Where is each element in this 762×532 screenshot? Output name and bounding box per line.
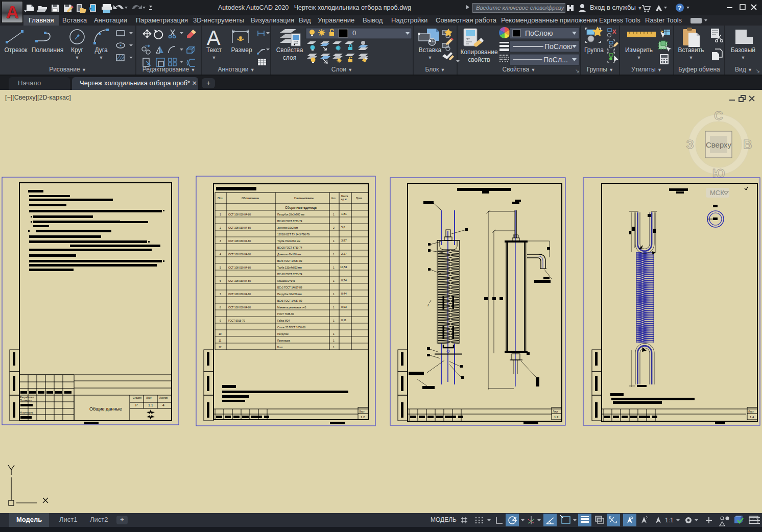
svg-text:Общие данные: Общие данные <box>89 406 122 412</box>
svg-text:A: A <box>207 27 221 49</box>
svg-text:ВСт3 ГОСТ 14637-89: ВСт3 ГОСТ 14637-89 <box>277 259 302 262</box>
svg-text:ВСт20 ГОСТ 8733-74: ВСт20 ГОСТ 8733-74 <box>277 246 302 249</box>
svg-text:2: 2 <box>333 226 335 229</box>
svg-text:1: 1 <box>333 239 335 243</box>
svg-text:4: 4 <box>220 253 221 256</box>
svg-text:Проверил: Проверил <box>20 399 32 402</box>
svg-text:Прим.: Прим. <box>356 197 363 200</box>
svg-text:Болт: Болт <box>277 346 283 349</box>
svg-text:ОСТ 108 030 04-80: ОСТ 108 030 04-80 <box>228 253 251 256</box>
svg-text:1.4: 1.4 <box>750 416 754 419</box>
svg-text:0,44: 0,44 <box>341 292 347 295</box>
svg-text:12Х18Н12Т ТУ 14-3-796-79: 12Х18Н12Т ТУ 14-3-796-79 <box>277 233 309 236</box>
svg-text:Гайка М24: Гайка М24 <box>277 319 290 322</box>
svg-text:1.3: 1.3 <box>554 416 559 419</box>
svg-text:Труба 70х3х760 мм: Труба 70х3х760 мм <box>277 239 300 243</box>
svg-text:В: В <box>743 137 752 151</box>
svg-text:ВСт20 ГОСТ 8733-74: ВСт20 ГОСТ 8733-74 <box>277 220 302 223</box>
svg-text:Сверху: Сверху <box>706 140 732 149</box>
svg-text:1.1: 1.1 <box>148 403 153 407</box>
svg-text:7: 7 <box>220 293 221 296</box>
svg-text:0: 0 <box>352 29 356 37</box>
svg-text:Прокладка: Прокладка <box>277 339 290 342</box>
svg-text:Масса: Масса <box>341 195 348 198</box>
svg-text:Патрубок 28х3х980 мм: Патрубок 28х3х980 мм <box>277 213 305 216</box>
svg-text:5: 5 <box>220 266 221 269</box>
svg-text:1: 1 <box>333 346 335 349</box>
svg-text:ОСТ 108 030 04-80: ОСТ 108 030 04-80 <box>228 226 251 229</box>
svg-text:ГОСТ 7338-90: ГОСТ 7338-90 <box>277 312 294 316</box>
svg-text:12: 12 <box>219 346 222 349</box>
svg-text:0,03: 0,03 <box>341 305 347 308</box>
svg-text:ПоСлою: ПоСлою <box>544 42 573 51</box>
svg-text:ВСт20 ГОСТ 8733-74: ВСт20 ГОСТ 8733-74 <box>277 273 302 276</box>
svg-text:10: 10 <box>219 332 222 335</box>
svg-text:ОСТ 108 030 04-80: ОСТ 108 030 04-80 <box>228 293 251 296</box>
svg-text:1: 1 <box>333 306 335 309</box>
svg-text:Наименование: Наименование <box>294 197 314 200</box>
svg-text:1: 1 <box>333 293 335 296</box>
svg-text:З: З <box>686 137 694 151</box>
svg-text:ОСТ 108 030 04-80: ОСТ 108 030 04-80 <box>228 306 251 309</box>
svg-text:Донышко D=160 мм: Донышко D=160 мм <box>277 253 301 256</box>
svg-text:Сборочные единицы: Сборочные единицы <box>285 206 317 210</box>
svg-text:Н.контроль: Н.контроль <box>20 411 33 414</box>
svg-text:1.2: 1.2 <box>361 416 365 419</box>
svg-text:Змеевик 10х2 мм: Змеевик 10х2 мм <box>277 226 298 229</box>
svg-text:1: 1 <box>333 279 335 282</box>
svg-text:1: 1 <box>220 213 221 216</box>
svg-text:1:1: 1:1 <box>665 517 674 524</box>
svg-text:Лист: Лист <box>359 410 365 413</box>
svg-text:1,81: 1,81 <box>341 212 347 215</box>
svg-text:Обозначение: Обозначение <box>242 197 259 200</box>
svg-text:Поз.: Поз. <box>218 197 223 200</box>
svg-text:ВСт3 ГОСТ 14637-89: ВСт3 ГОСТ 14637-89 <box>277 286 302 289</box>
svg-text:1: 1 <box>333 253 335 256</box>
svg-text:ОСТ 108 030 04-80: ОСТ 108 030 04-80 <box>228 266 251 269</box>
svg-text:6: 6 <box>220 279 221 282</box>
svg-text:0,74: 0,74 <box>341 279 347 282</box>
svg-text:[−][Сверху][2D-каркас]: [−][Сверху][2D-каркас] <box>5 94 71 101</box>
svg-text:Ю: Ю <box>712 166 725 180</box>
svg-text:1: 1 <box>333 213 335 216</box>
svg-text:Труба 133х4х823 мм: Труба 133х4х823 мм <box>277 266 302 269</box>
svg-text:Сталь 35 ГОСТ 1050-88: Сталь 35 ГОСТ 1050-88 <box>277 326 305 329</box>
svg-text:Лист: Лист <box>748 410 754 413</box>
svg-text:0,11: 0,11 <box>341 319 346 322</box>
svg-text:3: 3 <box>220 239 221 243</box>
svg-text:МСК: МСК <box>710 189 724 197</box>
svg-text:С: С <box>714 109 723 123</box>
svg-text:1: 1 <box>333 339 335 342</box>
svg-text:3,87: 3,87 <box>341 239 347 242</box>
svg-text:Стадия: Стадия <box>133 396 141 399</box>
svg-text:ВСт3 ГОСТ 14637-89: ВСт3 ГОСТ 14637-89 <box>277 299 302 302</box>
svg-text:ПоСл...: ПоСл... <box>543 56 568 64</box>
svg-text:4: 4 <box>162 403 164 407</box>
svg-text:10,51: 10,51 <box>340 265 347 269</box>
svg-text:Патрубок 32х206 мм: Патрубок 32х206 мм <box>277 293 302 296</box>
svg-text:2: 2 <box>220 226 221 229</box>
svg-text:Листов: Листов <box>159 396 168 399</box>
svg-text:ОСТ 108 030 04-80: ОСТ 108 030 04-80 <box>228 239 251 243</box>
svg-text:1: 1 <box>333 266 335 269</box>
svg-text:ГОСТ 5915-70: ГОСТ 5915-70 <box>228 319 245 322</box>
svg-text:11: 11 <box>219 339 221 342</box>
svg-text:ПоСлою: ПоСлою <box>525 29 553 37</box>
svg-text:Лист: Лист <box>146 396 152 399</box>
svg-text:Р: Р <box>135 403 138 407</box>
svg-text:ОСТ 108 030 04-80: ОСТ 108 030 04-80 <box>228 213 251 216</box>
svg-text:8: 8 <box>220 306 221 309</box>
svg-text:7: 7 <box>427 303 430 307</box>
svg-text:Кол.: Кол. <box>331 197 336 200</box>
svg-text:Крышка D=145: Крышка D=145 <box>277 279 295 282</box>
svg-text:Патрубок: Патрубок <box>277 332 289 335</box>
svg-text:Манжета резиновая n=5: Манжета резиновая n=5 <box>277 306 306 309</box>
svg-text:Лист: Лист <box>553 410 559 413</box>
svg-text:9: 9 <box>220 319 221 322</box>
svg-text:?: ? <box>678 5 681 12</box>
svg-text:1: 1 <box>333 332 335 335</box>
svg-text:ед. кг: ед. кг <box>341 198 347 201</box>
svg-text:ОСТ 108 030 04-80: ОСТ 108 030 04-80 <box>228 279 251 282</box>
svg-text:2,27: 2,27 <box>341 252 347 255</box>
svg-text:5,6: 5,6 <box>341 226 345 229</box>
